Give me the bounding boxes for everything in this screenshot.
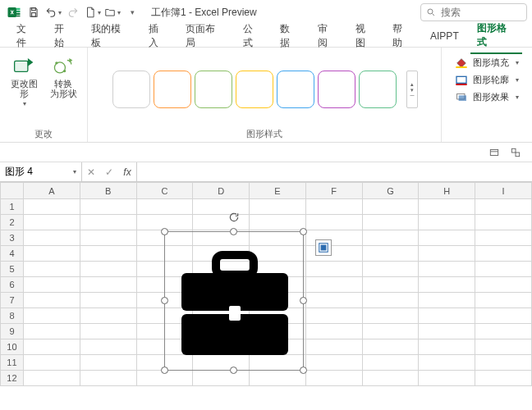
cell[interactable]: [419, 262, 475, 277]
cell[interactable]: [23, 277, 80, 293]
cell[interactable]: [80, 293, 136, 308]
column-header[interactable]: G: [362, 183, 419, 199]
cell[interactable]: [419, 230, 475, 246]
row-header[interactable]: 3: [1, 230, 24, 246]
zoom-out-icon[interactable]: [486, 145, 502, 160]
cell[interactable]: [475, 371, 532, 386]
cell[interactable]: [80, 230, 136, 246]
cell[interactable]: [80, 371, 136, 386]
cell[interactable]: [362, 324, 419, 339]
resize-handle[interactable]: [161, 367, 168, 374]
cell[interactable]: [193, 215, 250, 230]
cell[interactable]: [80, 339, 136, 355]
cell[interactable]: [305, 324, 362, 339]
style-swatch[interactable]: [154, 71, 191, 108]
column-header[interactable]: I: [475, 183, 532, 199]
cell[interactable]: [23, 215, 80, 230]
name-box[interactable]: ▾: [0, 162, 82, 181]
cell[interactable]: [305, 355, 362, 371]
cell[interactable]: [475, 339, 532, 355]
cell[interactable]: [475, 262, 532, 277]
row-header[interactable]: 10: [1, 339, 24, 355]
row-header[interactable]: 1: [1, 199, 24, 215]
resize-handle[interactable]: [161, 228, 168, 235]
cell[interactable]: [305, 262, 362, 277]
column-header[interactable]: F: [305, 183, 362, 199]
cell[interactable]: [362, 230, 419, 246]
cell[interactable]: [305, 371, 362, 386]
fx-icon[interactable]: fx: [118, 162, 136, 181]
zoom-in-icon[interactable]: [507, 145, 524, 160]
cell[interactable]: [475, 246, 532, 262]
cell[interactable]: [23, 230, 80, 246]
cell[interactable]: [250, 199, 306, 215]
cell[interactable]: [305, 246, 362, 262]
resize-handle[interactable]: [230, 228, 237, 235]
cell[interactable]: [475, 324, 532, 339]
cell[interactable]: [362, 308, 419, 324]
cell[interactable]: [475, 355, 532, 371]
cell[interactable]: [23, 199, 80, 215]
cell[interactable]: [305, 308, 362, 324]
cell[interactable]: [419, 324, 475, 339]
style-swatch[interactable]: [236, 71, 273, 108]
cell[interactable]: [23, 246, 80, 262]
cell[interactable]: [23, 339, 80, 355]
cell[interactable]: [250, 215, 306, 230]
cell[interactable]: [305, 215, 362, 230]
cell[interactable]: [419, 371, 475, 386]
style-swatch[interactable]: [112, 71, 150, 108]
column-header[interactable]: A: [23, 183, 80, 199]
style-swatch[interactable]: [359, 71, 397, 108]
search-input[interactable]: [441, 7, 515, 18]
convert-to-shape-button[interactable]: 转换 为形状: [46, 52, 80, 100]
row-header[interactable]: 5: [1, 262, 24, 277]
cell[interactable]: [419, 355, 475, 371]
shape-effects-button[interactable]: 图形效果▾: [453, 90, 521, 104]
tab-AIPPT[interactable]: AIPPT: [424, 27, 466, 45]
select-all-corner[interactable]: [1, 183, 24, 199]
cell[interactable]: [362, 215, 419, 230]
gallery-expand-button[interactable]: ▴▾─: [406, 71, 418, 108]
cell[interactable]: [475, 230, 532, 246]
cell[interactable]: [23, 371, 80, 386]
column-header[interactable]: D: [193, 183, 250, 199]
cell[interactable]: [419, 199, 475, 215]
row-header[interactable]: 11: [1, 355, 24, 371]
namebox-dropdown-icon[interactable]: ▾: [73, 168, 76, 175]
shape-fill-button[interactable]: 图形填充▾: [453, 56, 521, 70]
row-header[interactable]: 4: [1, 246, 24, 262]
cancel-formula-icon[interactable]: ✕: [82, 162, 100, 181]
style-swatch[interactable]: [318, 71, 355, 108]
cell[interactable]: [362, 293, 419, 308]
column-header[interactable]: E: [250, 183, 306, 199]
cell[interactable]: [80, 277, 136, 293]
resize-handle[interactable]: [161, 297, 168, 304]
cell[interactable]: [80, 308, 136, 324]
cell[interactable]: [419, 308, 475, 324]
row-header[interactable]: 7: [1, 293, 24, 308]
cell[interactable]: [362, 277, 419, 293]
cell[interactable]: [419, 293, 475, 308]
cell[interactable]: [193, 371, 250, 386]
style-swatch[interactable]: [277, 71, 314, 108]
row-header[interactable]: 2: [1, 215, 24, 230]
cell[interactable]: [23, 262, 80, 277]
cell[interactable]: [80, 262, 136, 277]
cell[interactable]: [362, 371, 419, 386]
column-header[interactable]: B: [80, 183, 136, 199]
cell[interactable]: [419, 339, 475, 355]
cell[interactable]: [80, 324, 136, 339]
cell[interactable]: [80, 355, 136, 371]
layout-options-button[interactable]: [315, 239, 332, 256]
cell[interactable]: [419, 246, 475, 262]
resize-handle[interactable]: [300, 297, 307, 304]
cell[interactable]: [305, 199, 362, 215]
cell[interactable]: [475, 308, 532, 324]
cell[interactable]: [362, 339, 419, 355]
cell[interactable]: [419, 215, 475, 230]
style-swatch[interactable]: [195, 71, 232, 108]
resize-handle[interactable]: [230, 367, 237, 374]
selected-shape-briefcase[interactable]: [164, 231, 304, 371]
cell[interactable]: [80, 246, 136, 262]
